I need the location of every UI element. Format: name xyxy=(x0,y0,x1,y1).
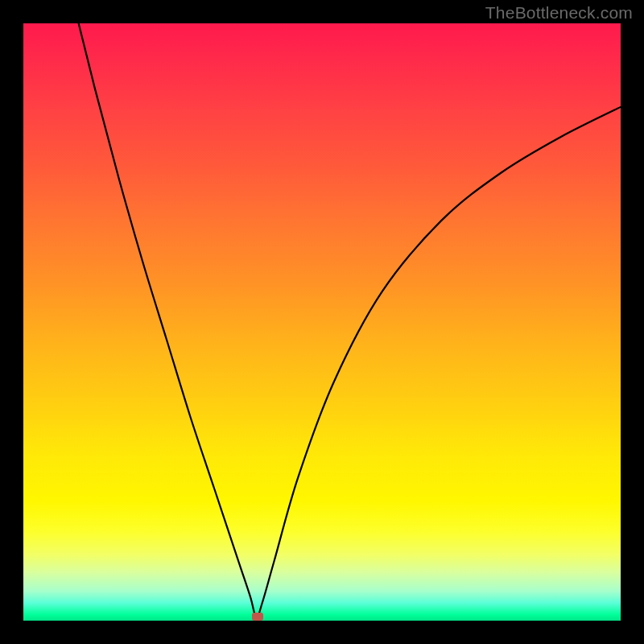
plot-area xyxy=(23,23,621,621)
outer-frame: TheBottleneck.com xyxy=(0,0,644,644)
watermark-text: TheBottleneck.com xyxy=(485,3,633,23)
optimal-marker xyxy=(252,613,263,621)
bottleneck-curve xyxy=(23,23,621,621)
